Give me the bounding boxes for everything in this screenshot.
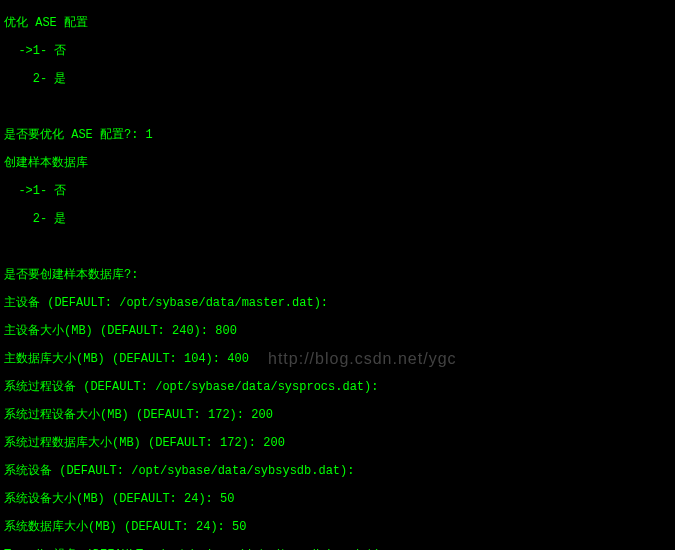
- line-9: 是否要创建样本数据库?:: [4, 268, 138, 282]
- line-2: 2- 是: [4, 72, 66, 86]
- watermark-text: http://blog.csdn.net/ygc: [268, 352, 457, 366]
- line-15: 系统过程数据库大小(MB) (DEFAULT: 172): 200: [4, 436, 285, 450]
- line-12: 主数据库大小(MB) (DEFAULT: 104): 400: [4, 352, 249, 366]
- line-5: 创建样本数据库: [4, 156, 88, 170]
- line-4: 是否要优化 ASE 配置?: 1: [4, 128, 153, 142]
- line-0: 优化 ASE 配置: [4, 16, 88, 30]
- line-16: 系统设备 (DEFAULT: /opt/sybase/data/sybsysdb…: [4, 464, 354, 478]
- line-7: 2- 是: [4, 212, 66, 226]
- line-17: 系统设备大小(MB) (DEFAULT: 24): 50: [4, 492, 234, 506]
- line-10: 主设备 (DEFAULT: /opt/sybase/data/master.da…: [4, 296, 328, 310]
- line-6: ->1- 否: [4, 184, 66, 198]
- line-14: 系统过程设备大小(MB) (DEFAULT: 172): 200: [4, 408, 273, 422]
- terminal-pane[interactable]: 优化 ASE 配置 ->1- 否 2- 是 是否要优化 ASE 配置?: 1 创…: [0, 0, 675, 550]
- line-13: 系统过程设备 (DEFAULT: /opt/sybase/data/syspro…: [4, 380, 378, 394]
- line-18: 系统数据库大小(MB) (DEFAULT: 24): 50: [4, 520, 246, 534]
- line-11: 主设备大小(MB) (DEFAULT: 240): 800: [4, 324, 237, 338]
- line-1: ->1- 否: [4, 44, 66, 58]
